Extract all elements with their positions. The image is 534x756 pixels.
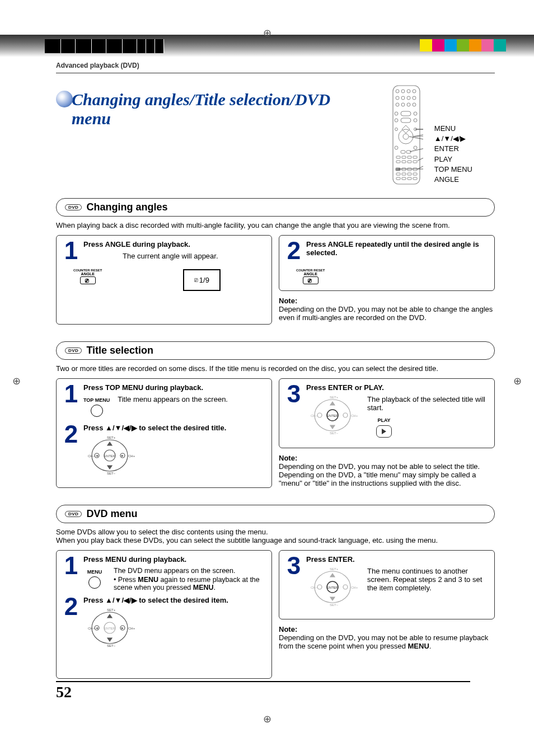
svg-point-19: [395, 128, 397, 131]
section-header-title: DVD Title selection: [56, 341, 495, 360]
svg-text:ENTER: ENTER: [327, 414, 339, 417]
dpad-graphic: ENTER ◀ ▶ CH– CH+ SET+ SET–: [83, 608, 134, 650]
svg-point-10: [401, 103, 405, 106]
svg-line-54: [418, 155, 423, 161]
dpad-graphic: ENTER CH– CH+ SET+ SET–: [306, 395, 359, 437]
svg-point-9: [396, 103, 399, 106]
step-number: 3: [285, 555, 303, 576]
step-number: 2: [62, 424, 80, 444]
svg-text:SET+: SET+: [330, 567, 339, 571]
dpad-graphic: ENTER CH– CH+ SET+ SET–: [306, 567, 359, 609]
svg-marker-84: [107, 614, 112, 618]
step-title: Press ▲/▼/◀/▶ to select the desired item…: [83, 596, 266, 604]
svg-rect-47: [402, 177, 406, 180]
angle-button-graphic: COUNTER RESET ANGLE ⎚: [296, 269, 325, 284]
svg-marker-95: [330, 574, 335, 577]
svg-text:SET–: SET–: [107, 472, 116, 475]
section-header-angles: DVD Changing angles: [56, 198, 495, 217]
section-header-dvdmenu: DVD DVD menu: [56, 505, 495, 523]
svg-point-73: [317, 413, 322, 417]
svg-point-5: [396, 96, 399, 100]
remote-icon: [390, 84, 423, 185]
dvd-badge-icon: DVD: [65, 511, 82, 517]
remote-labels: MENU ▲/▼/◀/▶ ENTER PLAY TOP MENU ANGLE: [434, 124, 472, 185]
label-arrows: ▲/▼/◀/▶: [434, 134, 472, 144]
svg-point-18: [414, 119, 417, 122]
svg-text:CH–: CH–: [311, 586, 318, 589]
step-number: 1: [62, 383, 80, 404]
svg-point-4: [413, 90, 416, 93]
step-title: Press ▲/▼/◀/▶ to select the desired titl…: [83, 424, 266, 432]
note-block: Note: Depending on the DVD, you may not …: [279, 454, 495, 487]
label-enter: ENTER: [434, 144, 472, 154]
play-button-graphic: PLAY: [367, 415, 401, 438]
step-title: Press ENTER or PLAY.: [306, 383, 489, 392]
svg-text:◀: ◀: [96, 626, 98, 630]
svg-text:CH+: CH+: [351, 414, 358, 417]
breadcrumb: Advanced playback (DVD): [56, 62, 495, 73]
svg-marker-85: [107, 638, 112, 641]
svg-text:SET–: SET–: [330, 603, 339, 607]
camera-icon: ⎚: [85, 277, 89, 284]
svg-line-52: [409, 137, 423, 140]
svg-rect-34: [396, 161, 400, 163]
step-title: Press ANGLE repeatedly until the desired…: [306, 240, 489, 257]
svg-text:ENTER: ENTER: [327, 586, 339, 589]
svg-rect-45: [413, 173, 417, 175]
svg-point-15: [414, 112, 417, 115]
label-play: PLAY: [434, 154, 472, 165]
svg-marker-96: [330, 597, 335, 600]
step-title: Press TOP MENU during playback.: [83, 383, 266, 392]
svg-point-6: [401, 96, 405, 100]
svg-marker-72: [330, 425, 335, 429]
svg-text:CH+: CH+: [128, 627, 135, 630]
svg-point-98: [343, 585, 348, 589]
svg-line-56: [418, 163, 423, 169]
step-subtext: The DVD menu appears on the screen. • Pr…: [114, 567, 266, 591]
step-subtext: The current angle will appear.: [123, 252, 266, 260]
svg-point-26: [395, 146, 398, 149]
svg-rect-41: [413, 168, 417, 171]
svg-point-3: [407, 90, 410, 93]
svg-rect-42: [396, 173, 400, 175]
section-title: DVD menu: [86, 508, 137, 520]
svg-rect-49: [413, 177, 417, 180]
step-subtext: Title menu appears on the screen.: [118, 395, 228, 417]
svg-rect-36: [407, 161, 411, 163]
svg-text:▶: ▶: [121, 626, 124, 630]
label-angle: ANGLE: [434, 175, 472, 185]
step-title: Press ENTER.: [306, 555, 489, 564]
svg-text:◀: ◀: [96, 454, 98, 457]
svg-rect-33: [413, 156, 417, 158]
svg-point-11: [407, 103, 410, 106]
svg-point-13: [395, 112, 398, 115]
label-topmenu: TOP MENU: [434, 165, 472, 175]
svg-point-74: [343, 413, 348, 417]
svg-point-23: [403, 134, 409, 139]
angle-button-graphic: COUNTER RESET ANGLE ⎚: [73, 269, 102, 284]
intro-text: Two or more titles are recorded on some …: [56, 364, 495, 373]
svg-text:CH–: CH–: [88, 454, 95, 458]
svg-text:SET+: SET+: [107, 608, 116, 612]
svg-point-2: [401, 90, 405, 93]
topmenu-button-graphic: TOP MENU: [83, 395, 110, 417]
dvd-badge-icon: DVD: [65, 348, 82, 354]
svg-text:CH+: CH+: [128, 454, 135, 458]
svg-point-1: [396, 90, 399, 93]
intro-text: Some DVDs allow you to select the disc c…: [56, 528, 495, 544]
svg-marker-71: [330, 402, 335, 405]
svg-rect-38: [396, 168, 400, 171]
note-block: Note: Depending on the DVD, you may not …: [279, 297, 495, 322]
svg-text:SET+: SET+: [330, 396, 339, 399]
dvd-badge-icon: DVD: [65, 204, 82, 210]
svg-rect-29: [406, 151, 411, 153]
svg-line-51: [413, 134, 423, 137]
section-title: Title selection: [86, 345, 153, 356]
svg-rect-39: [402, 168, 406, 171]
svg-text:▶: ▶: [121, 454, 124, 457]
step-number: 2: [62, 596, 80, 617]
svg-rect-37: [413, 161, 417, 163]
svg-rect-31: [402, 156, 406, 158]
osd-display: ⎚1/9: [183, 269, 221, 291]
svg-rect-35: [402, 161, 406, 163]
